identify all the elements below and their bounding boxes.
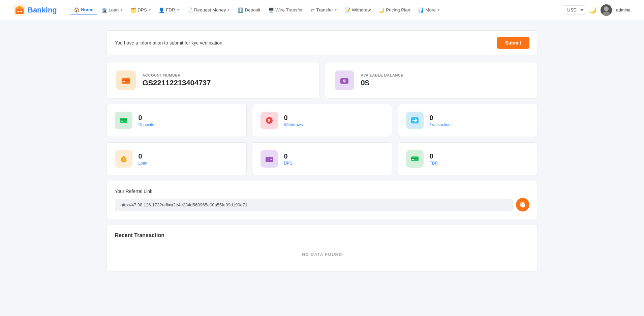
dps-icon-wrap — [260, 150, 278, 168]
nav-item-more: 📊 More ▾ — [415, 5, 443, 15]
currency-selector[interactable]: USD EUR GBP — [563, 5, 585, 15]
nav-item-loan: 🏛️ Loan ▾ — [98, 5, 126, 15]
stats-row-1: 0 Deposits $ 0 Withdraws — [106, 104, 538, 137]
stat-fdr: 0 FDR — [398, 142, 538, 175]
fdr-icon-wrap — [406, 150, 424, 168]
nav-item-wire-transfer: 🖥️ Wire Transfer — [265, 5, 306, 15]
home-icon: 🏠 — [74, 7, 80, 12]
svg-rect-17 — [121, 121, 123, 122]
loan-info: 0 Loan — [139, 152, 148, 166]
fdr-icon — [410, 154, 419, 163]
referral-url-input[interactable] — [115, 199, 513, 211]
referral-title: Your Referral Link — [115, 189, 529, 194]
fdr-info: 0 FDR — [430, 152, 438, 166]
withdraws-count: 0 — [284, 114, 303, 122]
more-chevron: ▾ — [438, 8, 439, 12]
theme-toggle-icon[interactable]: 🌙 — [589, 6, 596, 14]
nav-item-home: 🏠 Home — [70, 5, 97, 15]
balance-info: AVAILABLE BALANCE 0$ — [361, 73, 404, 87]
svg-point-7 — [604, 6, 609, 11]
svg-rect-10 — [122, 80, 130, 81]
copy-referral-button[interactable] — [516, 198, 529, 211]
svg-rect-5 — [18, 6, 21, 8]
loan-chevron: ▾ — [121, 8, 122, 12]
transfer-icon: ⇄ — [311, 7, 315, 13]
svg-rect-4 — [20, 11, 22, 12]
nav-link-request-money[interactable]: 📄 Request Money ▾ — [184, 5, 233, 15]
svg-rect-11 — [123, 81, 125, 82]
deposits-icon-wrap — [115, 112, 132, 129]
nav-link-more[interactable]: 📊 More ▾ — [415, 5, 443, 15]
nav-link-wire-transfer[interactable]: 🖥️ Wire Transfer — [265, 5, 306, 15]
balance-label: AVAILABLE BALANCE — [361, 73, 404, 77]
deposits-icon — [119, 116, 128, 125]
request-money-icon: 📄 — [187, 7, 193, 13]
fdr-count: 0 — [430, 152, 438, 160]
nav-link-loan[interactable]: 🏛️ Loan ▾ — [98, 5, 126, 15]
account-number-value: GS22112213404737 — [143, 79, 211, 87]
stat-deposits: 0 Deposits — [106, 104, 247, 137]
kyc-message: You have a information to submit for kyc… — [115, 40, 224, 46]
stat-loan: $ 0 Loan — [106, 142, 247, 175]
referral-input-row — [115, 198, 529, 211]
brand-logo[interactable]: Banking — [13, 4, 57, 16]
svg-text:$: $ — [343, 79, 345, 83]
main-content: You have a information to submit for kyc… — [100, 20, 545, 282]
recent-transaction-title: Recent Transaction — [115, 232, 529, 238]
pricing-icon: 🌙 — [379, 7, 385, 13]
deposit-icon: ⬇️ — [238, 7, 243, 13]
loan-icon: $ — [119, 154, 128, 163]
nav-link-deposit[interactable]: ⬇️ Deposit — [234, 5, 264, 15]
withdraws-info: 0 Withdraws — [284, 114, 303, 127]
deposits-count: 0 — [139, 114, 154, 122]
withdraws-icon-wrap: $ — [260, 112, 278, 129]
deposits-info: 0 Deposits — [139, 114, 154, 127]
nav-item-transfer: ⇄ Transfer ▾ — [307, 5, 340, 15]
loan-count: 0 — [139, 152, 148, 160]
transactions-label: Transactions — [430, 122, 453, 127]
nav-link-home[interactable]: 🏠 Home — [70, 5, 97, 15]
nav-item-dps: 🗂️ DPS ▾ — [127, 5, 154, 15]
brand-icon — [13, 4, 26, 16]
loan-label: Loan — [139, 161, 148, 166]
transactions-count: 0 — [430, 114, 453, 122]
more-icon: 📊 — [418, 7, 424, 13]
fdr-chevron: ▾ — [177, 8, 179, 12]
nav-link-transfer[interactable]: ⇄ Transfer ▾ — [307, 5, 340, 15]
nav-item-withdraw: 📝 Withdraw — [341, 5, 374, 15]
nav-link-dps[interactable]: 🗂️ DPS ▾ — [127, 5, 154, 15]
withdraws-label: Withdraws — [284, 122, 303, 127]
svg-rect-26 — [411, 158, 419, 159]
transactions-info: 0 Transactions — [430, 114, 453, 127]
wire-transfer-icon: 🖥️ — [268, 7, 274, 13]
nav-link-withdraw[interactable]: 📝 Withdraw — [341, 5, 374, 15]
loan-icon: 🏛️ — [101, 7, 107, 13]
withdraw-icon: 📝 — [345, 7, 350, 13]
kyc-submit-button[interactable]: Submit — [497, 37, 529, 49]
no-data-label: NO DATA FOUND — [115, 245, 529, 264]
balance-icon-wrap: $ — [335, 70, 354, 90]
main-nav: 🏠 Home 🏛️ Loan ▾ 🗂️ DPS ▾ 👤 FDR ▾ — [70, 5, 563, 15]
deposits-label: Deposits — [139, 122, 154, 127]
top-cards: ACCOUNT NUMBER GS22112213404737 $ AVAILA… — [106, 62, 538, 98]
navbar: Banking 🏠 Home 🏛️ Loan ▾ 🗂️ DPS ▾ — [0, 0, 644, 20]
dps-info: 0 DPS — [284, 152, 293, 166]
navbar-right: USD EUR GBP 🌙 admina — [563, 4, 631, 16]
svg-rect-1 — [16, 9, 24, 14]
wallet-icon — [121, 75, 131, 85]
stats-row-2: $ 0 Loan 0 DPS — [106, 142, 538, 175]
account-number-info: ACCOUNT NUMBER GS22112213404737 — [143, 73, 211, 87]
nav-link-fdr[interactable]: 👤 FDR ▾ — [155, 5, 182, 15]
dps-icon: 🗂️ — [130, 7, 136, 13]
transfer-chevron: ▾ — [335, 8, 337, 12]
referral-box: Your Referral Link — [106, 181, 538, 219]
nav-link-pricing-plan[interactable]: 🌙 Pricing Plan — [375, 5, 413, 15]
account-icon-wrap — [116, 70, 136, 90]
brand-name: Banking — [28, 6, 57, 15]
nav-item-pricing-plan: 🌙 Pricing Plan — [375, 5, 413, 15]
recent-transaction-section: Recent Transaction NO DATA FOUND — [106, 225, 538, 271]
username-label: admina — [616, 7, 631, 12]
stat-dps: 0 DPS — [252, 142, 392, 175]
balance-icon: $ — [339, 75, 349, 85]
nav-item-request-money: 📄 Request Money ▾ — [184, 5, 233, 15]
